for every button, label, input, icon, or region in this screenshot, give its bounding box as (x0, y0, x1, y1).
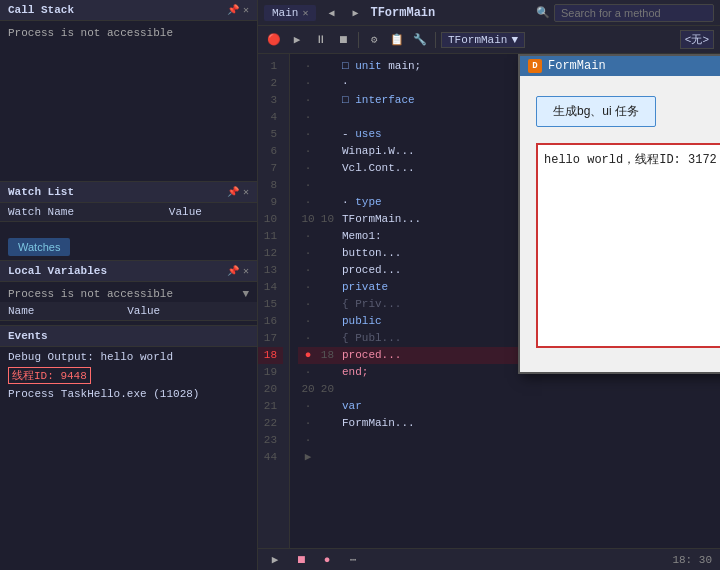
form-memo[interactable]: hello world，线程ID: 3172 (536, 143, 720, 348)
toolbar2-icon3[interactable]: ⏸ (310, 30, 330, 50)
dot-13: · (298, 262, 318, 279)
line-num-18: 18 (258, 347, 283, 364)
thread-id-text: 线程ID: 9448 (8, 367, 91, 384)
dot-5: · (298, 126, 318, 143)
events-header: Events (0, 326, 257, 347)
dot-10: 10 (298, 211, 318, 228)
editor-bottombar: ▶ ⏹ ● ⋯ 18: 30 (258, 548, 720, 570)
line-num-10: 10 (258, 211, 283, 228)
local-vars-header: Local Variables 📌 ✕ (0, 261, 257, 282)
editor-tab-close-icon[interactable]: ✕ (302, 7, 308, 19)
dot-12: · (298, 245, 318, 262)
line-num-16: 16 (258, 313, 283, 330)
dot-11: · (298, 228, 318, 245)
dot-17: · (298, 330, 318, 347)
dot-16: · (298, 313, 318, 330)
editor-nav-icon2[interactable]: ▶ (346, 4, 364, 22)
line-num-14: 14 (258, 279, 283, 296)
line-num-6: 6 (258, 143, 283, 160)
line-num-2: 2 (258, 75, 283, 92)
watches-button[interactable]: Watches (8, 238, 70, 256)
local-vars-process-text: Process is not accessible (8, 288, 173, 300)
toolbar2-icon1[interactable]: 🔴 (264, 30, 284, 50)
line-num-15: 15 (258, 296, 283, 313)
dot-14: · (298, 279, 318, 296)
form-memo-text: hello world，线程ID: 3172 (544, 153, 717, 167)
local-vars-table: Name Value (0, 302, 257, 321)
local-vars-title: Local Variables (8, 265, 107, 277)
local-vars-dropdown-icon[interactable]: ▼ (242, 288, 249, 300)
line-num-1: 1 (258, 58, 283, 75)
watch-empty-row3 (0, 230, 257, 234)
options-icon[interactable]: ⋯ (344, 551, 362, 569)
call-stack-pin-icon[interactable]: 📌 (227, 4, 239, 16)
dot-18: ● (298, 347, 318, 364)
call-stack-close-icon[interactable]: ✕ (243, 4, 249, 16)
debug-output-text: Debug Output: hello world (8, 351, 173, 363)
form-title-icon: D (528, 59, 542, 73)
code-line-44: ▶ (298, 449, 720, 466)
form-title-icon-label: D (532, 61, 537, 71)
toolbar2-formname: TFormMain ▼ (441, 32, 525, 48)
code-area: 1 2 3 4 5 6 7 8 9 10 11 12 13 14 15 16 1… (258, 54, 720, 548)
run-icon[interactable]: ▶ (266, 551, 284, 569)
form-generate-button[interactable]: 生成bg、ui 任务 (536, 96, 656, 127)
code-line-20: 2020 (298, 381, 720, 398)
toolbar2-form-dropdown-icon[interactable]: ▼ (511, 34, 518, 46)
stop-icon[interactable]: ⏹ (292, 551, 310, 569)
watch-list-pin-icon[interactable]: 📌 (227, 186, 239, 198)
line-numbers: 1 2 3 4 5 6 7 8 9 10 11 12 13 14 15 16 1… (258, 54, 290, 548)
toolbar2-icon4[interactable]: ⏹ (333, 30, 353, 50)
line-num-12: 12 (258, 245, 283, 262)
process-info-text: Process TaskHello.exe (11028) (8, 388, 199, 400)
local-vars-empty-row (0, 321, 257, 322)
dot-7: · (298, 160, 318, 177)
toolbar2-icon2[interactable]: ▶ (287, 30, 307, 50)
breakpoint-icon[interactable]: ● (318, 551, 336, 569)
method-search-input[interactable] (554, 4, 714, 22)
watch-list-title: Watch List (8, 186, 74, 198)
line-num-23: 23 (258, 432, 283, 449)
dot-4: · (298, 109, 318, 126)
code-line-23: · (298, 432, 720, 449)
line-num-20: 20 (258, 381, 283, 398)
toolbar2-icon7[interactable]: 🔧 (410, 30, 430, 50)
line-num-3: 3 (258, 92, 283, 109)
dot-20: 20 (298, 381, 318, 398)
line-num-9: 9 (258, 194, 283, 211)
dot-8: · (298, 177, 318, 194)
dot-22: · (298, 415, 318, 432)
dot-6: · (298, 143, 318, 160)
call-stack-header: Call Stack 📌 ✕ (0, 0, 257, 21)
dot-23: · (298, 432, 318, 449)
editor-tab-main[interactable]: Main ✕ (264, 5, 316, 21)
dot-19: · (298, 364, 318, 381)
editor-toolbar2: 🔴 ▶ ⏸ ⏹ ⚙ 📋 🔧 TFormMain ▼ <无> (258, 26, 720, 54)
form-main-window: D FormMain 生成bg、ui 任务 hello world，线程ID: … (518, 54, 720, 374)
call-stack-process-text: Process is not accessible (8, 27, 173, 39)
toolbar2-icon6[interactable]: 📋 (387, 30, 407, 50)
local-vars-pin-icon[interactable]: 📌 (227, 265, 239, 277)
code-line-22: · FormMain... (298, 415, 720, 432)
line-num-13: 13 (258, 262, 283, 279)
line-num-5: 5 (258, 126, 283, 143)
editor-position: 18: 30 (672, 554, 712, 566)
toolbar2-icon5[interactable]: ⚙ (364, 30, 384, 50)
line-num-21: 21 (258, 398, 283, 415)
events-title: Events (8, 330, 48, 342)
line-num-4: 4 (258, 109, 283, 126)
editor-topbar: Main ✕ ◀ ▶ TFormMain 🔍 (258, 0, 720, 26)
editor-nav-icon[interactable]: ◀ (322, 4, 340, 22)
line-num-11: 11 (258, 228, 283, 245)
code-line-21: ·var (298, 398, 720, 415)
events-content: Debug Output: hello world 线程ID: 9448 Pro… (0, 347, 257, 404)
line-num-7: 7 (258, 160, 283, 177)
toolbar2-dropdown[interactable]: <无> (680, 30, 714, 49)
form-window-title: FormMain (548, 59, 606, 73)
dot-3: · (298, 92, 318, 109)
local-vars-close-icon[interactable]: ✕ (243, 265, 249, 277)
call-stack-title: Call Stack (8, 4, 74, 16)
watch-list-close-icon[interactable]: ✕ (243, 186, 249, 198)
line-num-44: 44 (258, 449, 283, 466)
dot-1: · (298, 58, 318, 75)
